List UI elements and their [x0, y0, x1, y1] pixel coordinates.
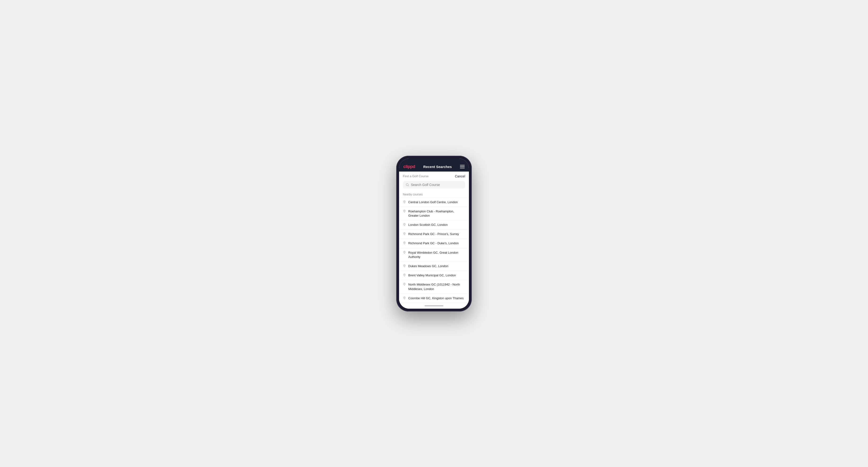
menu-button[interactable]	[460, 165, 465, 168]
course-name: Royal Wimbledon GC, Great London Authori…	[408, 251, 465, 259]
list-item[interactable]: Brent Valley Municipal GC, London	[399, 271, 469, 280]
course-name: Richmond Park GC - Duke's, London	[408, 241, 459, 245]
pin-icon	[403, 264, 406, 268]
list-item[interactable]: Central London Golf Centre, London	[399, 198, 469, 207]
course-name: North Middlesex GC (1011942 - North Midd…	[408, 282, 465, 291]
pin-icon	[403, 297, 406, 300]
pin-icon	[403, 210, 406, 213]
svg-point-10	[404, 284, 405, 284]
pin-icon	[403, 283, 406, 286]
hamburger-line-2	[460, 166, 465, 167]
pin-icon	[403, 251, 406, 255]
list-item[interactable]: North Middlesex GC (1011942 - North Midd…	[399, 280, 469, 293]
course-name: Central London Golf Centre, London	[408, 200, 458, 205]
app-logo: clippd	[403, 164, 415, 169]
course-name: Brent Valley Municipal GC, London	[408, 273, 456, 278]
status-bar	[399, 159, 469, 162]
list-item[interactable]: Dukes Meadows GC, London	[399, 262, 469, 271]
svg-point-2	[404, 201, 405, 202]
home-bar	[425, 305, 443, 306]
course-name: Richmond Park GC - Prince's, Surrey	[408, 232, 459, 236]
search-container	[399, 180, 469, 191]
list-item[interactable]: Richmond Park GC - Duke's, London	[399, 239, 469, 248]
list-item[interactable]: Coombe Hill GC, Kingston upon Thames	[399, 294, 469, 303]
pin-icon	[403, 223, 406, 227]
phone-screen: clippd Recent Searches Find a Golf Cours…	[399, 159, 469, 309]
svg-point-8	[404, 265, 405, 266]
svg-point-11	[404, 297, 405, 298]
nav-bar: clippd Recent Searches	[399, 162, 469, 172]
courses-list: Central London Golf Centre, London Roeha…	[399, 198, 469, 304]
svg-point-4	[404, 224, 405, 225]
svg-line-1	[408, 185, 409, 186]
hamburger-line-1	[460, 165, 465, 165]
nav-title: Recent Searches	[423, 165, 452, 169]
course-name: Roehampton Club - Roehampton, Greater Lo…	[408, 209, 465, 218]
svg-point-6	[404, 242, 405, 243]
content-area: Find a Golf Course Cancel Nearby courses	[399, 172, 469, 309]
search-icon	[406, 183, 409, 186]
find-label: Find a Golf Course	[403, 175, 429, 178]
cancel-button[interactable]: Cancel	[455, 175, 465, 178]
list-item[interactable]: London Scottish GC, London	[399, 220, 469, 229]
find-header: Find a Golf Course Cancel	[399, 172, 469, 180]
home-indicator	[399, 304, 469, 309]
phone-frame: clippd Recent Searches Find a Golf Cours…	[396, 156, 472, 311]
pin-icon	[403, 241, 406, 245]
course-name: Dukes Meadows GC, London	[408, 264, 448, 268]
hamburger-line-3	[460, 168, 465, 168]
course-name: London Scottish GC, London	[408, 223, 448, 227]
list-item[interactable]: Roehampton Club - Roehampton, Greater Lo…	[399, 207, 469, 220]
search-box	[403, 181, 465, 189]
svg-point-5	[404, 233, 405, 234]
pin-icon	[403, 200, 406, 204]
svg-point-9	[404, 275, 405, 275]
pin-icon	[403, 232, 406, 236]
svg-point-3	[404, 210, 405, 211]
pin-icon	[403, 274, 406, 277]
course-name: Coombe Hill GC, Kingston upon Thames	[408, 296, 464, 301]
list-item[interactable]: Royal Wimbledon GC, Great London Authori…	[399, 248, 469, 262]
list-item[interactable]: Richmond Park GC - Prince's, Surrey	[399, 229, 469, 239]
search-input[interactable]	[411, 183, 462, 187]
nearby-section-label: Nearby courses	[399, 191, 469, 198]
svg-point-7	[404, 252, 405, 252]
